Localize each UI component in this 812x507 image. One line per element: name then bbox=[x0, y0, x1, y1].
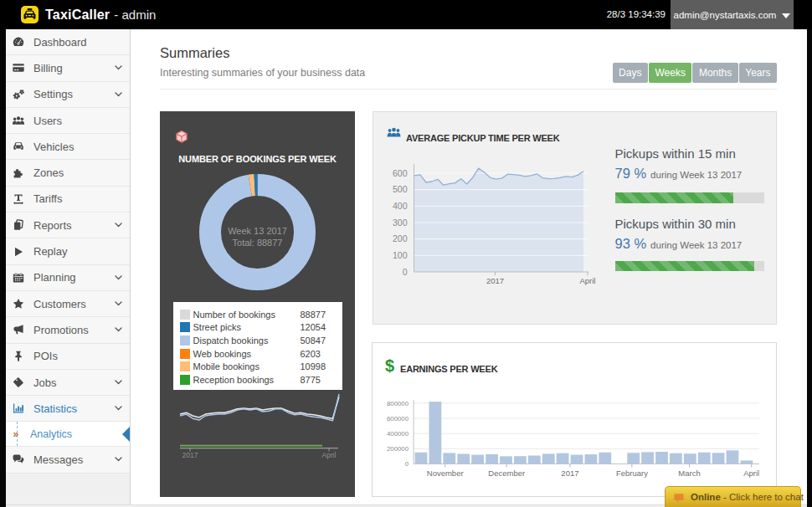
bar-chart-icon bbox=[12, 402, 25, 415]
brand[interactable]: TaxiCaller - admin bbox=[21, 0, 156, 29]
pin-icon bbox=[12, 350, 25, 363]
main-content: Summaries Interesting summaries of your … bbox=[131, 29, 808, 507]
chevron-down-icon bbox=[115, 65, 122, 70]
sidebar-item-users[interactable]: Users bbox=[6, 108, 130, 134]
svg-text:April: April bbox=[321, 451, 336, 459]
svg-text:600: 600 bbox=[393, 168, 408, 178]
account-email: admin@nystartaxis.com bbox=[674, 10, 777, 20]
sidebar-item-zones[interactable]: Zones bbox=[6, 160, 130, 186]
svg-text:April: April bbox=[743, 468, 759, 477]
copy-icon bbox=[12, 218, 25, 232]
svg-text:500: 500 bbox=[393, 184, 408, 194]
sidebar-item-reports[interactable]: Reports bbox=[6, 213, 130, 238]
chevron-down-icon bbox=[115, 275, 122, 280]
brand-suffix: - admin bbox=[114, 8, 156, 22]
legend-swatch bbox=[180, 322, 190, 332]
pickup-time-chart: 01002003004005006002017April bbox=[382, 157, 608, 308]
svg-text:March: March bbox=[678, 468, 700, 477]
legend-value: 50847 bbox=[301, 335, 326, 346]
chevron-down-icon bbox=[115, 92, 122, 97]
bookings-card-title: NUMBER OF BOOKINGS PER WEEK bbox=[160, 154, 355, 164]
puzzle-icon bbox=[12, 166, 25, 180]
app-window: TaxiCaller - admin 28/3 19:34:39 admin@n… bbox=[0, 0, 812, 507]
bookings-trend-chart: 2017April bbox=[160, 387, 355, 464]
brand-name: TaxiCaller bbox=[45, 8, 110, 23]
sidebar-item-planning[interactable]: Planning bbox=[6, 265, 130, 291]
range-button-years[interactable]: Years bbox=[739, 63, 777, 83]
stat-period: during Week 13 2017 bbox=[650, 170, 742, 180]
earnings-card: $ EARNINGS PER WEEK 02000004000006000008… bbox=[372, 342, 777, 498]
svg-text:0: 0 bbox=[403, 267, 408, 277]
svg-text:2017: 2017 bbox=[561, 468, 578, 477]
chevron-down-icon bbox=[115, 327, 122, 332]
calendar-icon bbox=[12, 271, 25, 284]
svg-text:2017: 2017 bbox=[182, 451, 198, 459]
legend-row-reception-bookings: Reception bookings8775 bbox=[180, 373, 342, 387]
legend-swatch bbox=[180, 335, 190, 346]
stat-percentage: 93 % bbox=[615, 236, 647, 252]
legend-row-number-of-bookings: Number of bookings88877 bbox=[180, 308, 342, 321]
earnings-chart: 0200000400000600000800000NovemberDecembe… bbox=[373, 393, 778, 498]
stat-title: Pickups within 15 min bbox=[615, 146, 783, 161]
right-edge bbox=[807, 29, 812, 507]
bookings-legend: Number of bookings88877Street picks12054… bbox=[173, 302, 342, 390]
taxi-icon bbox=[21, 6, 39, 23]
progress-bar bbox=[615, 192, 765, 203]
range-button-months[interactable]: Months bbox=[692, 63, 737, 83]
sidebar-item-billing[interactable]: Billing bbox=[6, 55, 130, 81]
sidebar-item-replay[interactable]: Replay bbox=[6, 238, 130, 264]
svg-text:200000: 200000 bbox=[387, 445, 409, 453]
chat-label: Online - Click here to chat bbox=[691, 492, 804, 502]
caret-down-icon bbox=[782, 10, 790, 20]
svg-text:2017: 2017 bbox=[486, 276, 504, 285]
megaphone-icon bbox=[12, 323, 25, 336]
svg-text:300: 300 bbox=[393, 218, 408, 228]
stat-title: Pickups within 30 min bbox=[615, 217, 783, 231]
range-button-weeks[interactable]: Weeks bbox=[649, 63, 691, 83]
chat-message: - Click here to chat bbox=[721, 492, 804, 502]
legend-row-web-bookings: Web bookings6203 bbox=[180, 347, 342, 361]
sidebar-item-settings[interactable]: Settings bbox=[6, 82, 130, 108]
legend-row-dispatch-bookings: Dispatch bookings50847 bbox=[180, 334, 342, 347]
chat-status: Online bbox=[691, 492, 721, 502]
sidebar-item-dashboard[interactable]: Dashboard bbox=[6, 29, 130, 55]
stat-period: during Week 13 2017 bbox=[650, 240, 742, 250]
range-button-group: DaysWeeksMonthsYears bbox=[613, 63, 777, 83]
progress-bar bbox=[615, 261, 765, 272]
legend-label: Street picks bbox=[193, 322, 241, 332]
sidebar-item-jobs[interactable]: Jobs bbox=[6, 370, 130, 396]
range-button-days[interactable]: Days bbox=[613, 63, 648, 83]
svg-text:February: February bbox=[616, 468, 648, 477]
gears-icon bbox=[12, 88, 25, 101]
legend-value: 88877 bbox=[301, 310, 326, 320]
svg-text:November: November bbox=[427, 468, 464, 477]
pickup-stat-15min: Pickups within 15 min79 %during Week 13 … bbox=[615, 146, 783, 182]
stat-percentage: 79 % bbox=[615, 166, 647, 182]
sidebar-item-vehicles[interactable]: Vehicles bbox=[6, 134, 130, 160]
chat-widget[interactable]: Online - Click here to chat bbox=[665, 486, 801, 507]
svg-text:December: December bbox=[488, 468, 525, 477]
account-menu[interactable]: admin@nystartaxis.com bbox=[671, 0, 794, 29]
top-bar: TaxiCaller - admin 28/3 19:34:39 admin@n… bbox=[0, 0, 812, 29]
active-page-arrow-icon bbox=[122, 427, 130, 442]
users-icon bbox=[12, 114, 25, 127]
sidebar-item-customers[interactable]: Customers bbox=[6, 291, 130, 317]
page-title: Summaries bbox=[160, 45, 229, 61]
chevron-down-icon bbox=[115, 301, 122, 306]
legend-label: Reception bookings bbox=[193, 375, 275, 385]
svg-text:200: 200 bbox=[393, 233, 408, 243]
svg-text:April: April bbox=[579, 276, 595, 285]
people-icon bbox=[386, 125, 402, 140]
sidebar-item-messages[interactable]: Messages bbox=[6, 447, 130, 473]
legend-value: 12054 bbox=[301, 322, 326, 332]
chevron-down-icon bbox=[115, 223, 122, 228]
play-icon bbox=[12, 245, 25, 259]
sidebar-item-pois[interactable]: POIs bbox=[6, 344, 130, 370]
sidebar-subitem-analytics[interactable]: » Analytics bbox=[6, 422, 130, 447]
legend-value: 6203 bbox=[301, 349, 321, 359]
sidebar-item-tariffs[interactable]: Tariffs bbox=[6, 187, 130, 213]
legend-row-mobile-bookings: Mobile bookings10998 bbox=[180, 360, 342, 373]
svg-text:400000: 400000 bbox=[387, 430, 409, 438]
sidebar-item-statistics[interactable]: Statistics bbox=[6, 396, 130, 422]
sidebar-item-promotions[interactable]: Promotions bbox=[6, 317, 130, 343]
